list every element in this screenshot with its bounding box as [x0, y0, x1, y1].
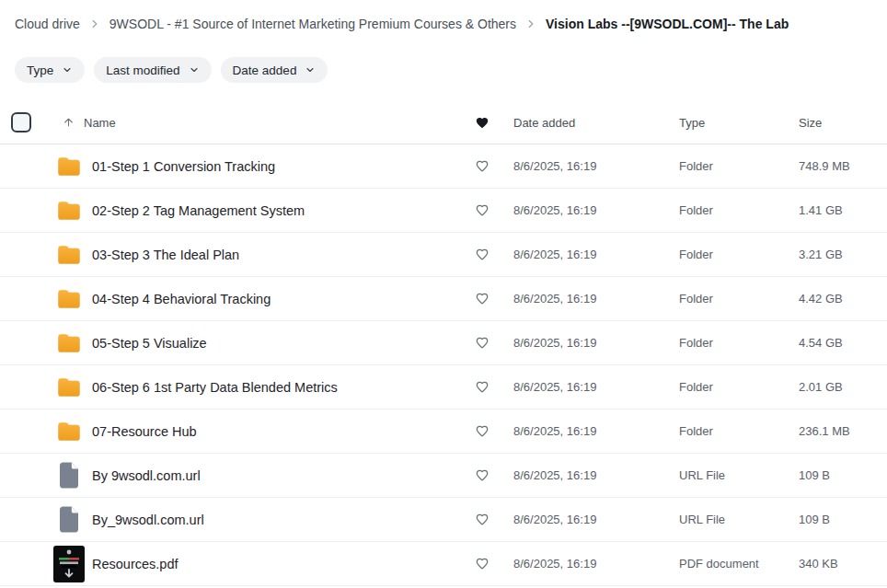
- file-name-cell: 03-Step 3 The Ideal Plan: [52, 245, 466, 265]
- file-icon-box: [52, 377, 86, 398]
- filter-chip[interactable]: Type: [15, 57, 85, 83]
- favorite-cell: [466, 332, 499, 354]
- file-name-cell: 05-Step 5 Visualize: [52, 333, 466, 353]
- breadcrumb: Cloud drive 9WSODL - #1 Source of Intern…: [0, 0, 887, 33]
- folder-icon: [57, 156, 81, 177]
- select-all-checkbox[interactable]: [11, 112, 31, 133]
- file-name: By 9wsodl.com.url: [92, 468, 201, 483]
- favorite-button[interactable]: [471, 332, 493, 354]
- chevron-down-icon: [189, 64, 200, 75]
- file-row[interactable]: 06-Step 6 1st Party Data Blended Metrics…: [0, 365, 887, 409]
- file-name-cell: Resources.pdf: [52, 546, 466, 582]
- file-icon-box: [52, 461, 86, 490]
- date-added-column-header[interactable]: Date added: [499, 116, 664, 130]
- file-name: 06-Step 6 1st Party Data Blended Metrics: [92, 380, 338, 395]
- filter-bar: Type Last modified Date added: [15, 57, 872, 83]
- heart-outline-icon: [475, 336, 490, 350]
- file-row[interactable]: 07-Resource Hub 8/6/2025, 16:19 Folder 2…: [0, 409, 887, 454]
- date-added-cell: 8/6/2025, 16:19: [499, 513, 664, 526]
- favorite-button[interactable]: [471, 156, 493, 178]
- favorite-cell: [466, 288, 499, 310]
- heart-outline-icon: [475, 159, 490, 173]
- size-cell: 3.21 GB: [784, 248, 876, 261]
- folder-icon: [57, 421, 81, 442]
- size-cell: 109 B: [784, 513, 876, 526]
- favorite-button[interactable]: [471, 200, 493, 222]
- file-name: 07-Resource Hub: [92, 424, 197, 439]
- select-all-cell: [11, 112, 52, 133]
- breadcrumb-item[interactable]: Vision Labs --[9WSODL.COM]-- The Lab: [546, 15, 789, 33]
- filter-chip-label: Date added: [233, 63, 297, 77]
- type-cell: Folder: [664, 336, 784, 350]
- date-added-cell: 8/6/2025, 16:19: [499, 248, 664, 261]
- heart-filled-icon: [475, 116, 490, 130]
- favorite-cell: [466, 465, 499, 487]
- folder-icon: [57, 245, 81, 265]
- favorite-cell: [466, 200, 499, 222]
- file-name-cell: 07-Resource Hub: [52, 421, 466, 442]
- type-column-header[interactable]: Type: [664, 116, 784, 130]
- size-column-header[interactable]: Size: [784, 116, 876, 130]
- filter-chip[interactable]: Last modified: [94, 57, 211, 83]
- folder-icon: [57, 201, 81, 221]
- file-icon-box: [52, 333, 86, 353]
- heart-outline-icon: [475, 380, 490, 394]
- file-row[interactable]: 05-Step 5 Visualize 8/6/2025, 16:19 Fold…: [0, 321, 887, 365]
- size-cell: 109 B: [784, 468, 876, 482]
- favorite-button[interactable]: [471, 465, 493, 487]
- heart-outline-icon: [475, 248, 490, 261]
- size-cell: 1.41 GB: [784, 203, 876, 217]
- file-name: By_9wsodl.com.url: [92, 513, 204, 527]
- url-file-icon: [57, 505, 81, 534]
- breadcrumb-item[interactable]: 9WSODL - #1 Source of Internet Marketing…: [109, 15, 516, 33]
- name-column-header[interactable]: Name: [52, 116, 466, 130]
- file-row[interactable]: By 9wsodl.com.url 8/6/2025, 16:19 URL Fi…: [0, 454, 887, 498]
- date-added-cell: 8/6/2025, 16:19: [499, 380, 664, 394]
- favorite-button[interactable]: [471, 509, 493, 531]
- size-cell: 748.9 MB: [784, 159, 876, 173]
- file-row[interactable]: 02-Step 2 Tag Management System 8/6/2025…: [0, 189, 887, 233]
- file-icon-box: [52, 289, 86, 309]
- file-row[interactable]: 01-Step 1 Conversion Tracking 8/6/2025, …: [0, 144, 887, 189]
- type-cell: Folder: [664, 380, 784, 394]
- breadcrumb-item[interactable]: Cloud drive: [15, 15, 80, 33]
- chevron-right-icon: [524, 17, 537, 30]
- date-added-cell: 8/6/2025, 16:19: [499, 292, 664, 306]
- file-row[interactable]: 03-Step 3 The Ideal Plan 8/6/2025, 16:19…: [0, 233, 887, 277]
- date-added-cell: 8/6/2025, 16:19: [499, 468, 664, 482]
- favorite-button[interactable]: [471, 244, 493, 266]
- sort-arrow-up-icon: [63, 116, 75, 129]
- size-cell: 2.01 GB: [784, 380, 876, 394]
- date-added-cell: 8/6/2025, 16:19: [499, 159, 664, 173]
- favorite-button[interactable]: [471, 288, 493, 310]
- file-name-cell: By_9wsodl.com.url: [52, 505, 466, 534]
- name-column-label: Name: [84, 116, 116, 130]
- type-cell: URL File: [664, 513, 784, 526]
- cloud-drive-page: Cloud drive 9WSODL - #1 Source of Intern…: [0, 0, 887, 588]
- heart-outline-icon: [475, 203, 490, 217]
- type-cell: Folder: [664, 292, 784, 306]
- favorite-button[interactable]: [471, 553, 493, 575]
- file-name: 01-Step 1 Conversion Tracking: [92, 159, 275, 174]
- file-row[interactable]: 04-Step 4 Behavioral Tracking 8/6/2025, …: [0, 277, 887, 321]
- file-name-cell: 02-Step 2 Tag Management System: [52, 201, 466, 221]
- file-row[interactable]: Resources.pdf 8/6/2025, 16:19 PDF docume…: [0, 542, 887, 586]
- heart-outline-icon: [475, 557, 490, 571]
- size-cell: 236.1 MB: [784, 424, 876, 438]
- favorite-button[interactable]: [471, 421, 493, 443]
- favorite-cell: [466, 553, 499, 575]
- date-added-cell: 8/6/2025, 16:19: [499, 424, 664, 438]
- file-icon-box: [52, 421, 86, 442]
- filter-chip-label: Type: [27, 63, 53, 77]
- favorite-column-header[interactable]: [466, 116, 499, 130]
- favorite-cell: [466, 156, 499, 178]
- chevron-down-icon: [62, 64, 73, 75]
- size-cell: 4.42 GB: [784, 292, 876, 306]
- file-row[interactable]: By_9wsodl.com.url 8/6/2025, 16:19 URL Fi…: [0, 498, 887, 542]
- favorite-cell: [466, 421, 499, 443]
- file-icon-box: [52, 156, 86, 177]
- favorite-button[interactable]: [471, 376, 493, 398]
- folder-icon: [57, 377, 81, 398]
- chevron-down-icon: [305, 64, 316, 75]
- filter-chip[interactable]: Date added: [221, 57, 328, 83]
